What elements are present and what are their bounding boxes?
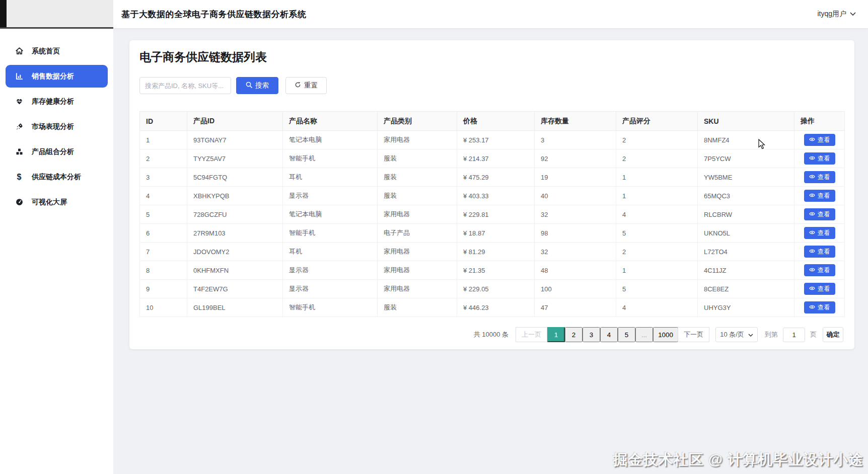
eye-icon <box>809 229 815 237</box>
page-button-5[interactable]: 5 <box>618 327 635 342</box>
cell-product-id: 0KHFMXFN <box>187 261 283 280</box>
cell-product-id: JDOVOMY2 <box>187 243 283 261</box>
cell-sku: YW5BME <box>698 168 794 187</box>
page-size-value: 10 条/页 <box>720 330 744 339</box>
page-button-3[interactable]: 3 <box>583 327 600 342</box>
cell-product-name: 耳机 <box>283 243 378 261</box>
table-row: 8 0KHFMXFN 显示器 家用电器 ¥ 21.35 48 1 4C11JZ … <box>140 261 845 280</box>
reset-button[interactable]: 重置 <box>285 77 327 94</box>
cell-sku: 4C11JZ <box>698 261 794 280</box>
data-list-card: 电子商务供应链数据列表 搜索 重置 <box>129 40 854 349</box>
sidebar-item-label: 销售数据分析 <box>32 72 74 81</box>
eye-icon <box>809 211 815 218</box>
cell-id: 1 <box>140 131 187 149</box>
sidebar-menu: 系统首页 销售数据分析 库存健康分析 市场表现分析 <box>0 29 113 213</box>
sidebar-item-inventory-health[interactable]: 库存健康分析 <box>6 90 108 113</box>
page-button-1[interactable]: 1 <box>547 327 565 342</box>
view-button-label: 查看 <box>818 154 830 163</box>
next-page-button[interactable]: 下一页 <box>678 327 709 342</box>
page-size-select[interactable]: 10 条/页 <box>715 327 758 342</box>
cell-stock: 100 <box>535 280 616 298</box>
table-row: 5 728GCZFU 笔记本电脑 家用电器 ¥ 229.81 32 4 RLCB… <box>140 205 845 224</box>
prev-page-button[interactable]: 上一页 <box>516 327 547 342</box>
eye-icon <box>809 248 815 256</box>
cell-id: 2 <box>140 149 187 168</box>
search-button[interactable]: 搜索 <box>236 77 278 94</box>
sidebar-item-home[interactable]: 系统首页 <box>6 40 108 62</box>
eye-icon <box>809 285 815 293</box>
cell-category: 电子产品 <box>378 224 457 243</box>
cell-product-name: 耳机 <box>283 168 378 187</box>
sidebar-item-label: 产品组合分析 <box>32 147 74 156</box>
cell-category: 服装 <box>378 298 457 317</box>
dollar-icon: $ <box>15 173 24 182</box>
search-input[interactable] <box>139 77 231 94</box>
eye-icon <box>809 192 815 200</box>
view-button[interactable]: 查看 <box>804 283 835 295</box>
view-button[interactable]: 查看 <box>804 246 835 258</box>
sidebar-item-label: 库存健康分析 <box>32 97 74 106</box>
cell-product-id: TYYZ5AV7 <box>187 149 283 168</box>
confirm-button[interactable]: 确定 <box>823 327 843 342</box>
page-button-4[interactable]: 4 <box>600 327 618 342</box>
app-window: 基于大数据的全球电子商务供应链数据分析系统 ityqg用户 系统首页 <box>0 0 868 474</box>
page-button-2[interactable]: 2 <box>565 327 583 342</box>
cell-sku: 65MQC3 <box>698 187 794 205</box>
sidebar-item-market-performance[interactable]: 市场表现分析 <box>6 115 108 138</box>
sidebar-item-sales-analysis[interactable]: 销售数据分析 <box>6 65 108 88</box>
rocket-icon <box>15 122 24 131</box>
app-title: 基于大数据的全球电子商务供应链数据分析系统 <box>121 9 307 20</box>
cell-category: 服装 <box>378 149 457 168</box>
goto-page-input[interactable] <box>783 328 805 342</box>
col-header-actions: 操作 <box>794 112 845 131</box>
cell-actions: 查看 <box>794 149 845 168</box>
cell-price: ¥ 81.29 <box>457 243 535 261</box>
view-button[interactable]: 查看 <box>804 227 835 239</box>
view-button[interactable]: 查看 <box>804 301 835 313</box>
cell-rating: 1 <box>616 187 698 205</box>
view-button[interactable]: 查看 <box>804 134 835 146</box>
view-button[interactable]: 查看 <box>804 208 835 220</box>
view-button[interactable]: 查看 <box>804 171 835 183</box>
sidebar-item-supply-chain-cost[interactable]: $ 供应链成本分析 <box>6 166 108 188</box>
eye-icon <box>809 155 815 163</box>
cell-id: 3 <box>140 168 187 187</box>
sidebar-item-dashboard[interactable]: 可视化大屏 <box>6 191 108 213</box>
cell-actions: 查看 <box>794 224 845 243</box>
user-menu[interactable]: ityqg用户 <box>817 10 856 19</box>
view-button-label: 查看 <box>818 303 830 312</box>
eye-icon <box>809 304 815 311</box>
view-button[interactable]: 查看 <box>804 152 835 165</box>
view-button-label: 查看 <box>818 192 830 200</box>
cell-product-name: 智能手机 <box>283 298 378 317</box>
table-row: 7 JDOVOMY2 耳机 家用电器 ¥ 81.29 32 2 L72TO4 查… <box>140 243 845 261</box>
cell-sku: 7P5YCW <box>698 149 794 168</box>
cell-product-name: 显示器 <box>283 187 378 205</box>
cell-product-name: 笔记本电脑 <box>283 131 378 149</box>
heart-pulse-icon <box>15 97 24 106</box>
cell-price: ¥ 229.05 <box>457 280 535 298</box>
cell-price: ¥ 214.37 <box>457 149 535 168</box>
page-button-1000[interactable]: 1000 <box>653 327 678 342</box>
view-button[interactable]: 查看 <box>804 264 835 276</box>
cell-stock: 32 <box>535 243 616 261</box>
data-table: ID 产品ID 产品名称 产品类别 价格 库存数量 产品评分 SKU 操作 1 … <box>139 111 845 317</box>
gauge-icon <box>15 198 24 207</box>
eye-icon <box>809 267 815 274</box>
sidebar-item-product-portfolio[interactable]: 产品组合分析 <box>6 140 108 163</box>
eye-icon <box>809 174 815 181</box>
table-row: 6 27R9M103 智能手机 电子产品 ¥ 18.87 98 5 UKNO5L… <box>140 224 845 243</box>
cell-actions: 查看 <box>794 131 845 149</box>
table-row: 4 XBHKYPQB 显示器 服装 ¥ 403.33 40 1 65MQC3 查… <box>140 187 845 205</box>
cell-id: 10 <box>140 298 187 317</box>
cell-product-id: 27R9M103 <box>187 224 283 243</box>
cell-stock: 48 <box>535 261 616 280</box>
view-button[interactable]: 查看 <box>804 190 835 202</box>
cell-actions: 查看 <box>794 168 845 187</box>
page-ellipsis[interactable]: ... <box>635 327 653 342</box>
cell-id: 5 <box>140 205 187 224</box>
col-header-id: ID <box>140 112 187 131</box>
sidebar-item-label: 市场表现分析 <box>32 122 74 131</box>
cell-price: ¥ 18.87 <box>457 224 535 243</box>
cell-category: 服装 <box>378 168 457 187</box>
